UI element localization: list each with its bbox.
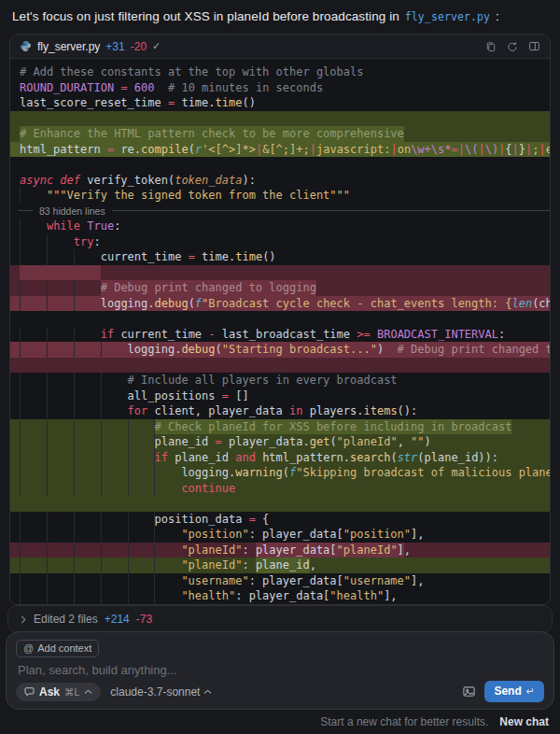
additions-count: +31 [105,40,124,53]
code-line [10,265,550,281]
edited-files-bar[interactable]: Edited 2 files +214 -73 [7,605,553,633]
chevron-right-icon [20,615,27,624]
new-chat-hint: Start a new chat for better results. [320,715,488,728]
code-line: # Enhance the HTML pattern check to be m… [10,126,550,142]
code-line: try: [10,234,550,250]
open-diff-icon[interactable] [528,40,540,52]
code-line: "planeId": plane_id, [10,558,550,573]
code-line [10,111,550,127]
attach-image-icon[interactable] [462,685,476,699]
code-line: for client, player_data in players.items… [10,403,550,419]
user-message: Let's focus on just filtering out XSS in… [0,0,560,29]
revert-icon[interactable] [507,41,518,52]
add-context-label: Add context [37,642,91,654]
total-additions: +214 [105,613,130,626]
diff-card: fly_server.py +31 -20 ✓ # Add these cons… [9,34,551,605]
code-line [10,496,550,512]
chevron-up-icon [84,689,92,695]
mode-selector[interactable]: Ask ⌘L [16,683,101,701]
code-line: html_pattern = re.compile(r'<[^>]*>|&[^;… [10,142,550,158]
code-line: logging.debug("Starting broadcast...") #… [10,342,550,358]
code-line: ROUND_DURATION = 600 # 10 minutes in sec… [10,80,550,96]
code-line: # Debug print changed to logging [10,280,550,296]
code-line: while True: [10,219,550,234]
file-reference[interactable]: fly_server.py [403,10,492,23]
diff-filename[interactable]: fly_server.py [37,40,100,53]
add-context-button[interactable]: @ Add context [16,640,99,657]
send-button[interactable]: Send ↵ [484,681,544,702]
new-chat-button[interactable]: New chat [499,715,549,728]
code-line: # Include all players in every broadcast [10,373,550,388]
at-icon: @ [23,642,34,654]
code-line: "username": player_data["username"], [10,573,550,589]
code-line [10,358,550,374]
code-line: "planeId": player_data["planeId"], [10,543,550,558]
code-line: "position": player_data["position"], [10,527,550,543]
code-line: current_time = time.time() [10,249,550,265]
chat-composer: @ Add context Plan, search, build anythi… [6,631,554,710]
code-lines[interactable]: # Add these constants at the top with ot… [10,59,550,604]
code-line: logging.debug(f"Broadcast cycle check - … [10,296,550,312]
mode-shortcut: ⌘L [64,686,79,698]
edited-files-label: Edited 2 files [34,613,98,626]
model-selector[interactable]: claude-3.7-sonnet [110,685,212,699]
code-line: logging.warning(f"Skipping broadcast of … [10,465,550,481]
copy-icon[interactable] [485,41,497,52]
code-line: last_score_reset_time = time.time() [10,95,550,111]
footer: Start a new chat for better results. New… [320,715,549,728]
code-line: async def verify_token(token_data): [10,173,550,189]
chat-input[interactable]: Plan, search, build anything... [16,657,544,681]
code-line: if plane_id and html_pattern.search(str(… [10,450,550,466]
send-label: Send [494,685,521,698]
code-line: # Add these constants at the top with ot… [10,64,550,80]
enter-key-icon: ↵ [526,685,535,698]
model-label: claude-3.7-sonnet [110,685,200,699]
code-line [10,311,550,327]
code-line: """Verify the signed token from the clie… [10,188,550,204]
chat-bubble-icon [24,686,35,697]
code-line: plane_id = player_data.get("planeId", ""… [10,434,550,450]
total-deletions: -73 [136,613,152,626]
chat-input-placeholder: Plan, search, build anything... [18,663,177,677]
user-message-text: Let's focus on just filtering out XSS in… [12,9,403,23]
hidden-lines-separator[interactable]: 83 hidden lines [10,204,550,219]
python-icon [20,40,32,52]
applied-check-icon: ✓ [152,40,161,52]
code-line: all_positions = [] [10,388,550,404]
deletions-count: -20 [131,40,147,53]
code-line: continue [10,481,550,497]
chevron-up-icon [203,689,212,695]
code-line: "health": player_data["health"], [10,588,550,604]
code-line: # Check planeId for XSS before including… [10,419,550,435]
code-line: if current_time - last_broadcast_time >=… [10,327,550,343]
user-message-suffix: : [492,9,499,23]
composer-controls: Ask ⌘L claude-3.7-sonnet Send ↵ [16,681,544,702]
code-line: position_data = { [10,512,550,528]
code-line [10,157,550,173]
mode-label: Ask [39,685,60,699]
diff-card-header: fly_server.py +31 -20 ✓ [10,35,550,59]
